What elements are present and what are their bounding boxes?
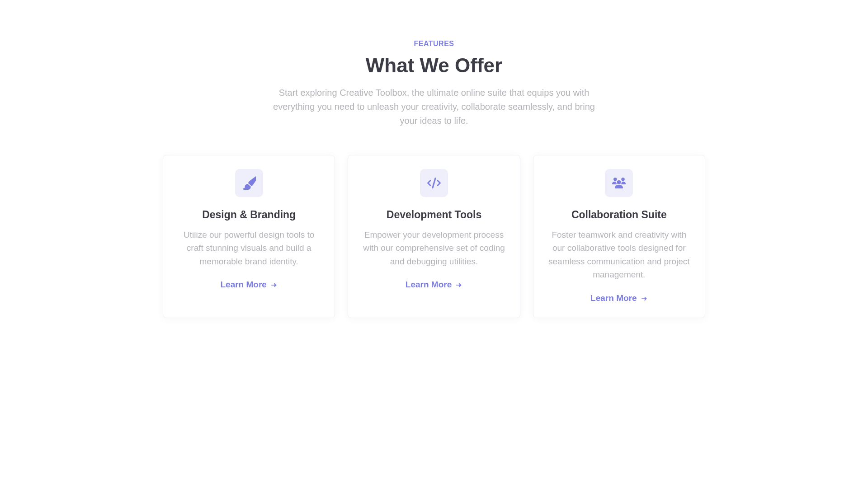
arrow-right-icon xyxy=(455,280,462,290)
feature-card-collaboration: Collaboration Suite Foster teamwork and … xyxy=(533,155,705,318)
feature-card-title: Development Tools xyxy=(387,209,481,221)
learn-more-label: Learn More xyxy=(590,293,637,303)
features-section: FEATURES What We Offer Start exploring C… xyxy=(0,0,868,318)
learn-more-link[interactable]: Learn More xyxy=(406,280,462,290)
learn-more-label: Learn More xyxy=(220,280,266,290)
section-eyebrow: FEATURES xyxy=(271,40,597,48)
users-icon xyxy=(605,169,633,197)
paint-brush-icon xyxy=(235,169,263,197)
arrow-right-icon xyxy=(270,280,278,290)
feature-card-title: Collaboration Suite xyxy=(571,209,667,221)
learn-more-link[interactable]: Learn More xyxy=(220,280,277,290)
feature-cards-row: Design & Branding Utilize our powerful d… xyxy=(145,155,723,318)
feature-card-design: Design & Branding Utilize our powerful d… xyxy=(163,155,335,318)
code-icon xyxy=(420,169,448,197)
feature-card-desc: Utilize our powerful design tools to cra… xyxy=(175,228,323,268)
arrow-right-icon xyxy=(641,293,648,303)
feature-card-desc: Empower your development process with ou… xyxy=(360,228,508,268)
feature-card-desc: Foster teamwork and creativity with our … xyxy=(545,228,693,282)
learn-more-label: Learn More xyxy=(406,280,452,290)
feature-card-title: Design & Branding xyxy=(202,209,296,221)
section-title: What We Offer xyxy=(271,54,597,77)
feature-card-development: Development Tools Empower your developme… xyxy=(348,155,520,318)
learn-more-link[interactable]: Learn More xyxy=(590,293,647,303)
section-header: FEATURES What We Offer Start exploring C… xyxy=(271,40,597,128)
section-subtitle: Start exploring Creative Toolbox, the ul… xyxy=(271,86,597,128)
